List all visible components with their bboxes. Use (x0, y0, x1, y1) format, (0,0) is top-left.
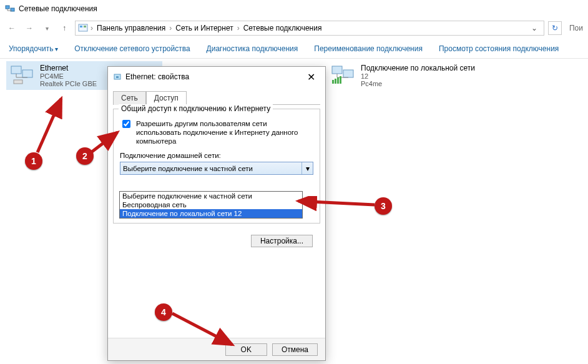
breadcrumb-sep: › (169, 24, 172, 32)
nic-icon (113, 72, 122, 81)
svg-rect-15 (116, 76, 119, 78)
svg-rect-2 (79, 24, 87, 31)
dialog-footer: OK Отмена (108, 338, 325, 360)
connection-name: Ethernet (40, 64, 97, 72)
dialog-title: Ethernet: свойства (125, 72, 189, 81)
svg-rect-9 (343, 70, 353, 77)
ethernet-adapter-icon (10, 64, 35, 86)
address-bar[interactable]: › Панель управления › Сеть и Интернет › … (75, 21, 544, 36)
home-connection-dropdown[interactable]: Выберите подключение к частной сети Бесп… (119, 191, 303, 219)
forward-button[interactable]: → (22, 21, 36, 35)
svg-rect-3 (80, 26, 82, 27)
ethernet-properties-dialog: Ethernet: свойства ✕ Сеть Доступ Общий д… (107, 66, 326, 361)
disable-device-cmd[interactable]: Отключение сетевого устройства (74, 44, 190, 53)
svg-rect-6 (22, 70, 32, 77)
lan-adapter-icon (331, 64, 356, 86)
breadcrumb-sep: › (237, 24, 240, 32)
tab-network[interactable]: Сеть (113, 91, 146, 105)
svg-rect-12 (337, 77, 339, 84)
status-cmd[interactable]: Просмотр состояния подключения (439, 44, 559, 53)
annotation-marker-1: 1 (25, 152, 42, 170)
address-bar-row: ← → ▾ ↑ › Панель управления › Сеть и Инт… (0, 17, 588, 39)
recent-dropdown[interactable]: ▾ (40, 21, 54, 35)
svg-rect-8 (332, 66, 342, 74)
annotation-marker-4: 4 (155, 303, 172, 321)
group-title: Общий доступ к подключению к Интернету (119, 104, 273, 113)
connection-lan[interactable]: Подключение по локальной сети 12 Pc4me (327, 61, 483, 90)
ok-button[interactable]: OK (225, 343, 267, 356)
breadcrumb-sep: › (91, 24, 93, 32)
command-bar: Упорядочить Отключение сетевого устройст… (0, 39, 588, 59)
allow-sharing-label: Разрешить другим пользователям сети испо… (136, 119, 313, 145)
chevron-down-icon: ▾ (301, 162, 313, 174)
breadcrumb-1[interactable]: Панель управления (96, 22, 167, 34)
up-button[interactable]: ↑ (57, 21, 71, 35)
combo-option[interactable]: Беспроводная сеть (120, 200, 302, 209)
connection-line2: 12 (361, 72, 475, 80)
annotation-marker-2: 2 (76, 147, 94, 165)
back-button[interactable]: ← (5, 21, 19, 35)
home-connection-label: Подключение домашней сети: (120, 152, 313, 159)
settings-button[interactable]: Настройка... (251, 235, 313, 247)
annotation-marker-3: 3 (375, 197, 392, 215)
rename-cmd[interactable]: Переименование подключения (314, 44, 423, 53)
window-title: Сетевые подключения (19, 4, 97, 13)
diagnose-cmd[interactable]: Диагностика подключения (207, 44, 298, 53)
connection-line3: Pc4me (361, 80, 475, 87)
combo-option-highlighted[interactable]: Подключение по локальной сети 12 (120, 209, 302, 218)
tabstrip: Сеть Доступ (113, 91, 320, 105)
allow-sharing-row: Разрешить другим пользователям сети испо… (120, 119, 313, 145)
breadcrumb-2[interactable]: Сеть и Интернет (174, 22, 234, 34)
svg-rect-5 (11, 66, 21, 74)
connection-line2: PC4ME (40, 72, 97, 80)
connection-line3: Realtek PCIe GBE (40, 80, 97, 87)
svg-line-16 (37, 99, 61, 152)
tab-sharing[interactable]: Доступ (146, 91, 187, 105)
cancel-button[interactable]: Отмена (272, 343, 318, 356)
search-placeholder-truncated[interactable]: Пои (569, 24, 583, 32)
refresh-button[interactable]: ↻ (548, 21, 562, 35)
svg-rect-11 (335, 79, 336, 84)
combo-option[interactable]: Выберите подключение к частной сети (120, 192, 302, 200)
organize-menu[interactable]: Упорядочить (9, 44, 58, 53)
svg-rect-0 (6, 6, 9, 9)
svg-rect-13 (340, 76, 341, 84)
close-button[interactable]: ✕ (301, 69, 320, 84)
network-connections-icon (5, 4, 15, 14)
explorer-titlebar: Сетевые подключения (0, 0, 588, 17)
svg-rect-7 (14, 80, 22, 84)
control-panel-icon (78, 23, 88, 33)
connection-name: Подключение по локальной сети (361, 64, 475, 72)
svg-rect-4 (84, 26, 86, 27)
annotation-arrow-1 (30, 95, 74, 157)
allow-sharing-checkbox[interactable] (122, 120, 130, 128)
address-dropdown[interactable]: ⌄ (527, 24, 541, 32)
breadcrumb-3[interactable]: Сетевые подключения (242, 22, 323, 34)
home-connection-combo[interactable]: Выберите подключение к частной сети ▾ (120, 162, 313, 175)
dialog-titlebar: Ethernet: свойства ✕ (108, 67, 325, 87)
svg-rect-10 (332, 80, 334, 84)
combo-selected-text: Выберите подключение к частной сети (123, 165, 253, 172)
